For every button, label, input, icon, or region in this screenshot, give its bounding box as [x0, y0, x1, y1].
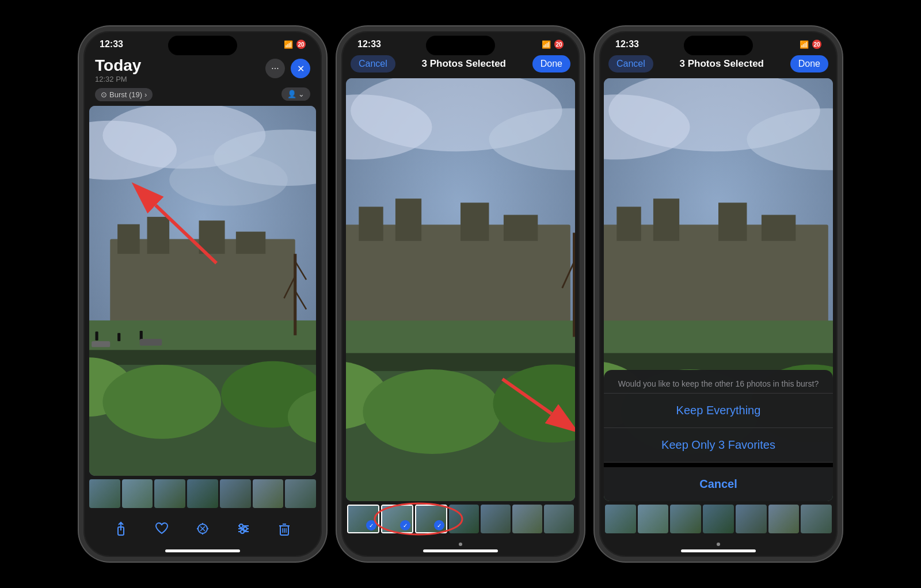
svg-rect-20	[92, 341, 110, 347]
filmstrip-2: ✓ ✓ ✓	[341, 501, 580, 537]
dialog-sheet: Would you like to keep the other 16 phot…	[604, 370, 833, 501]
svg-rect-76	[653, 198, 679, 241]
cancel-button-3[interactable]: Cancel	[608, 55, 653, 72]
trash-button[interactable]	[272, 516, 297, 541]
toolbar-1	[83, 511, 322, 549]
phone-2: 12:33 📶 20 Cancel 3 Photos Selected Done	[337, 26, 584, 562]
close-button[interactable]: ✕	[291, 59, 310, 78]
film-thumb-3-6[interactable]	[768, 505, 800, 533]
status-icons-1: 📶 20	[284, 40, 306, 49]
check-badge-1: ✓	[366, 520, 376, 530]
filmstrip-3	[599, 501, 838, 537]
svg-point-14	[102, 365, 221, 439]
dynamic-island-2	[426, 36, 495, 55]
film-thumb-3-3[interactable]	[670, 505, 701, 533]
film-thumb-3-2[interactable]	[638, 505, 669, 533]
burst-icon: ⊙	[101, 90, 107, 99]
film-thumb-2-4[interactable]	[449, 505, 479, 533]
keep-everything-button[interactable]: Keep Everything	[604, 394, 833, 428]
wifi-icon-2: 📶	[542, 40, 551, 49]
svg-rect-8	[199, 220, 225, 254]
keep-favorites-button[interactable]: Keep Only 3 Favorites	[604, 428, 833, 463]
film-thumb-2-7[interactable]	[544, 505, 574, 533]
phone-3: 12:33 📶 20 Cancel 3 Photos Selected Done	[595, 26, 842, 562]
svg-point-60	[363, 369, 501, 454]
nav-title-2: 3 Photos Selected	[422, 58, 506, 70]
film-thumb-3-5[interactable]	[736, 505, 767, 533]
svg-rect-54	[461, 203, 489, 240]
people-button[interactable]: 👤 ⌄	[281, 87, 310, 101]
svg-point-38	[239, 524, 243, 528]
film-thumb-2-5[interactable]	[481, 505, 511, 533]
film-thumb-2-3[interactable]: ✓	[415, 505, 447, 533]
heart-button[interactable]	[149, 516, 174, 541]
svg-rect-77	[718, 203, 747, 240]
done-button-2[interactable]: Done	[532, 55, 570, 72]
film-thumb-7[interactable]	[285, 479, 316, 508]
dynamic-island-1	[168, 36, 237, 55]
battery-badge-2: 20	[554, 40, 564, 49]
svg-rect-75	[616, 207, 641, 240]
home-indicator-2	[423, 549, 498, 552]
film-thumb-2-1[interactable]: ✓	[347, 505, 379, 533]
svg-rect-9	[236, 232, 265, 254]
check-badge-2: ✓	[400, 520, 410, 530]
title-area-1: Today 12:32 PM	[95, 56, 141, 83]
burst-row: ⊙ Burst (19) › 👤 ⌄	[95, 87, 310, 101]
film-thumb-3-1[interactable]	[605, 505, 636, 533]
svg-rect-80	[604, 320, 833, 353]
time-3: 12:33	[615, 39, 639, 49]
dialog-cancel-button[interactable]: Cancel	[604, 467, 833, 501]
more-button[interactable]: ···	[265, 59, 285, 78]
film-thumb-2-6[interactable]	[512, 505, 542, 533]
burst-label: Burst (19)	[109, 90, 142, 99]
share-button[interactable]	[108, 516, 134, 541]
battery-badge-3: 20	[812, 40, 821, 49]
film-thumb-2-2[interactable]: ✓	[381, 505, 413, 533]
film-thumb-3-7[interactable]	[801, 505, 832, 533]
battery-badge-1: 20	[296, 40, 306, 49]
svg-rect-52	[359, 207, 383, 240]
burst-chevron: ›	[144, 90, 147, 99]
status-icons-3: 📶 20	[800, 40, 821, 49]
svg-rect-53	[395, 198, 421, 241]
status-bar-3: 12:33 📶 20	[599, 31, 838, 53]
header-buttons-1: ··· ✕	[265, 59, 310, 78]
main-photo-3: Would you like to keep the other 16 phot…	[604, 78, 833, 501]
nav-bar-2: Cancel 3 Photos Selected Done	[341, 53, 580, 78]
main-photo-2	[346, 78, 575, 501]
svg-rect-7	[147, 217, 170, 254]
cancel-button-2[interactable]: Cancel	[351, 55, 395, 72]
nav-bar-3: Cancel 3 Photos Selected Done	[599, 53, 838, 78]
status-icons-2: 📶 20	[542, 40, 564, 49]
svg-point-4	[169, 154, 288, 206]
film-thumb-1[interactable]	[89, 479, 120, 508]
svg-rect-17	[96, 331, 98, 340]
film-thumb-2[interactable]	[122, 479, 153, 508]
chevron-down-icon: ⌄	[298, 90, 305, 98]
svg-rect-78	[762, 215, 796, 240]
sliders-button[interactable]	[231, 516, 256, 541]
svg-rect-11	[89, 320, 316, 350]
film-thumb-5[interactable]	[220, 479, 251, 508]
home-indicator-1	[165, 549, 240, 552]
today-title: Today	[95, 56, 141, 75]
burst-chip[interactable]: ⊙ Burst (19) ›	[95, 88, 153, 101]
person-icon: 👤	[287, 90, 296, 98]
header-1: Today 12:32 PM ··· ✕ ⊙ Burst (19) › 👤 ⌄	[83, 53, 322, 106]
film-thumb-6[interactable]	[253, 479, 284, 508]
done-button-3[interactable]: Done	[790, 55, 828, 72]
header-row-1: Today 12:32 PM ··· ✕	[95, 56, 310, 83]
svg-rect-21	[140, 339, 162, 346]
castle-background-2	[346, 78, 575, 501]
svg-point-39	[243, 527, 247, 530]
dialog-question: Would you like to keep the other 16 phot…	[604, 370, 833, 393]
today-subtitle: 12:32 PM	[95, 75, 141, 83]
adjust-button[interactable]	[190, 516, 215, 541]
film-thumb-4[interactable]	[187, 479, 218, 508]
status-bar-2: 12:33 📶 20	[341, 31, 580, 53]
time-2: 12:33	[357, 39, 381, 49]
check-badge-3: ✓	[434, 520, 444, 530]
film-thumb-3-4[interactable]	[703, 505, 734, 533]
film-thumb-3[interactable]	[154, 479, 185, 508]
